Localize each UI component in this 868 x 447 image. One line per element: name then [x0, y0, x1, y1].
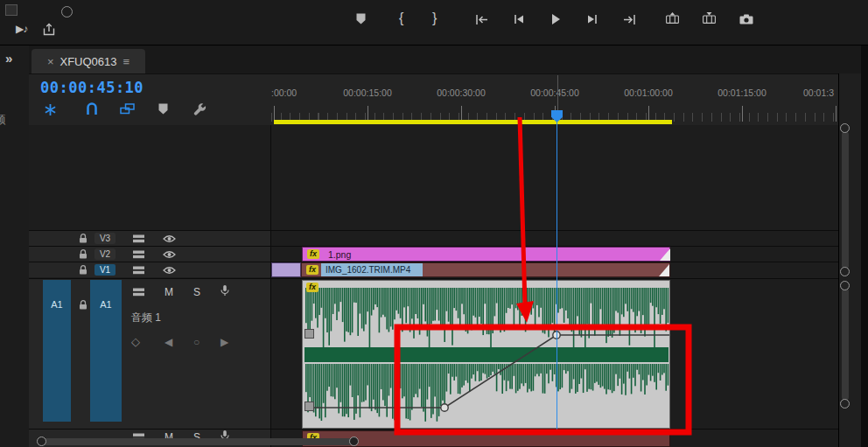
play-audio-icon[interactable]: ▶♪ — [16, 23, 27, 35]
playhead-line[interactable] — [556, 122, 557, 430]
scrollbar-knob[interactable] — [840, 399, 850, 409]
clip-v2-1png[interactable]: fx 1.png — [302, 247, 670, 262]
ruler-tick-label: 00:01:00:00 — [624, 87, 672, 98]
fx-badge[interactable]: fx — [306, 265, 318, 275]
volume-keyframe — [441, 404, 448, 411]
ruler-major-tick — [742, 106, 743, 122]
clip-name: 1.png — [328, 249, 351, 260]
clip-end-notch — [659, 264, 669, 276]
clip-v1-head[interactable] — [271, 262, 301, 277]
export-icon[interactable] — [42, 23, 56, 36]
panel-menu-icon[interactable]: ≡ — [123, 55, 130, 68]
linked-selection-icon[interactable] — [120, 103, 135, 115]
vertical-scrollbar-track-audio[interactable] — [842, 288, 849, 401]
volume-rubber-band[interactable] — [306, 332, 669, 411]
track-header-a1: A1 A1 M S 音频 1 ◇ ◀ ○ ▶ — [29, 279, 270, 429]
lock-icon[interactable] — [79, 300, 88, 310]
timeline-tab-bar: × XFUQ0613 ≡ — [29, 45, 868, 74]
scrollbar-knob[interactable] — [349, 437, 359, 446]
audio-track-target-a1[interactable]: A1 — [90, 280, 122, 422]
scrollbar-knob[interactable] — [840, 267, 850, 276]
mark-out-icon[interactable]: } — [432, 10, 437, 26]
expand-panel-chevrons[interactable]: » — [5, 51, 12, 66]
ruler-tick-label: 00:00:15:00 — [343, 87, 391, 98]
play-icon[interactable] — [550, 13, 561, 25]
sync-lock-icon[interactable] — [133, 266, 144, 275]
audio-waveform — [303, 281, 670, 429]
playhead-timecode[interactable]: 00:00:45:10 — [40, 79, 144, 96]
left-rail: » 频 — [0, 45, 30, 447]
sync-lock-icon[interactable] — [133, 288, 144, 297]
clip-v1-img1602[interactable]: fx IMG_1602.TRIM.MP4 — [301, 262, 670, 277]
scrollbar-knob[interactable] — [840, 281, 850, 290]
audio-track-name[interactable]: 音频 1 — [131, 311, 161, 325]
track-target-v2[interactable]: V2 — [94, 248, 116, 260]
track-target-v3[interactable]: V3 — [94, 233, 116, 244]
clip-end-notch — [660, 248, 670, 261]
mute-button[interactable]: M — [164, 286, 173, 298]
track-visibility-eye-icon[interactable] — [163, 266, 176, 275]
voiceover-mic-icon[interactable] — [220, 285, 229, 297]
previous-keyframe-icon[interactable]: ◀ — [164, 336, 172, 348]
ruler-tick-label: :00:00 — [271, 87, 297, 98]
tab-close-icon[interactable]: × — [47, 55, 54, 68]
premiere-timeline-screenshot: ▶♪ { } — [0, 0, 868, 447]
fx-badge[interactable]: fx — [306, 283, 318, 292]
fx-badge[interactable]: fx — [307, 249, 319, 259]
go-to-out-icon[interactable] — [623, 14, 636, 25]
scrollbar-knob[interactable] — [840, 123, 850, 133]
ruler-tick-label: 00:00:45:00 — [530, 87, 578, 98]
clip-a1-audio[interactable]: fx — [302, 280, 670, 429]
lock-icon[interactable] — [79, 234, 88, 243]
track-header-v1: V1 — [29, 262, 270, 277]
ruler-tick-label: 00:01:3 — [803, 87, 834, 98]
track-visibility-eye-icon[interactable] — [163, 250, 176, 259]
next-keyframe-icon[interactable]: ▶ — [220, 336, 228, 348]
ruler-tick-label: 00:00:30:00 — [437, 87, 485, 98]
lock-icon[interactable] — [79, 249, 88, 259]
snap-magnet-icon[interactable] — [86, 101, 98, 115]
work-area-bar[interactable] — [274, 120, 672, 124]
track-header-v3: V3 — [29, 231, 270, 246]
timeline-settings-wrench-icon[interactable] — [193, 102, 206, 115]
add-keyframe-icon[interactable]: ○ — [193, 336, 200, 348]
sync-lock-icon[interactable] — [133, 250, 144, 259]
step-back-icon[interactable] — [514, 14, 524, 24]
fade-handle[interactable] — [304, 329, 314, 339]
track-header-v2: V2 — [29, 247, 270, 262]
playhead-upper-line — [557, 75, 558, 110]
extract-icon[interactable] — [703, 12, 716, 24]
solo-button[interactable]: S — [193, 286, 200, 298]
tab-title[interactable]: XFUQ0613 — [60, 55, 116, 68]
nest-toggle-icon[interactable] — [44, 103, 57, 116]
track-visibility-eye-icon[interactable] — [163, 234, 176, 243]
ruler-tick-label: 00:01:15:00 — [718, 87, 766, 98]
right-edge — [861, 45, 868, 447]
horizontal-scrollbar-thumb[interactable] — [41, 438, 354, 445]
mark-in-icon[interactable]: { — [399, 10, 403, 26]
audio-source-patch-a1[interactable]: A1 — [43, 280, 71, 422]
fade-handle[interactable] — [304, 402, 314, 411]
add-marker-icon[interactable] — [356, 13, 366, 24]
lift-icon[interactable] — [666, 12, 679, 24]
clip-name: IMG_1602.TRIM.MP4 — [326, 265, 410, 275]
show-keyframes-icon[interactable]: ◇ — [131, 335, 140, 348]
export-frame-camera-icon[interactable] — [739, 14, 753, 24]
program-monitor-toolbar: ▶♪ { } — [0, 0, 868, 45]
lock-icon[interactable] — [79, 265, 88, 275]
timeline-tab[interactable]: × XFUQ0613 ≡ — [32, 49, 145, 73]
ruler-major-tick — [836, 106, 836, 122]
knob-icon[interactable] — [61, 6, 73, 17]
scrollbar-knob[interactable] — [37, 437, 46, 446]
track-target-v1[interactable]: V1 — [94, 264, 116, 276]
step-forward-icon[interactable] — [587, 14, 598, 24]
vertical-scrollbar-track-video[interactable] — [842, 131, 849, 269]
header-content-divider — [270, 125, 271, 447]
panel-corner-icon[interactable] — [5, 4, 18, 16]
timeline-add-marker-icon[interactable] — [158, 103, 168, 115]
clipped-panel-label: 频 — [0, 112, 6, 128]
go-to-in-icon[interactable] — [475, 14, 488, 25]
sync-lock-icon[interactable] — [133, 234, 144, 243]
